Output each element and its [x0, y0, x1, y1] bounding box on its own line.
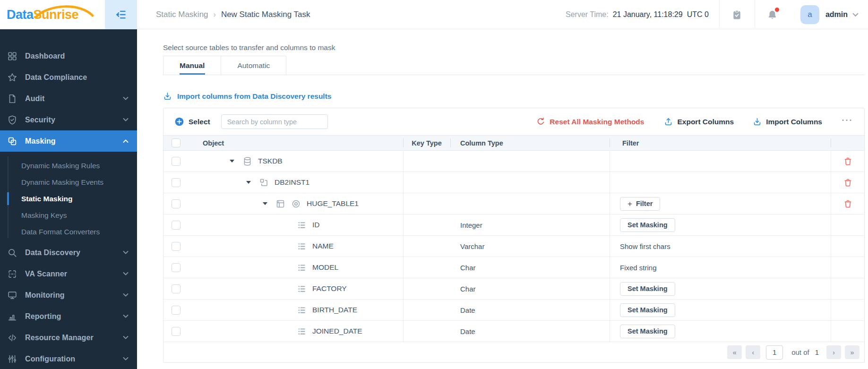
- expand-caret-icon[interactable]: [263, 202, 267, 205]
- breadcrumb: Static Masking › New Static Masking Task: [156, 0, 310, 29]
- masking-method-text: Fixed string: [620, 264, 657, 272]
- export-columns-button[interactable]: Export Columns: [664, 117, 734, 126]
- set-masking-button[interactable]: Set Masking: [620, 303, 675, 317]
- row-checkbox[interactable]: [172, 199, 180, 208]
- prev-page-button[interactable]: ‹: [746, 345, 760, 359]
- sidebar-subitem-dynamic-masking-rules[interactable]: Dynamic Masking Rules: [0, 157, 137, 174]
- column-type-cell: Varchar: [450, 236, 610, 257]
- sidebar-item-label: Resource Manager: [25, 334, 94, 342]
- plus-circle-icon: [175, 117, 184, 126]
- sidebar-subitem-data-format-converters[interactable]: Data Format Converters: [0, 223, 137, 240]
- tab-automatic[interactable]: Automatic: [221, 56, 286, 75]
- row-checkbox[interactable]: [172, 157, 180, 166]
- user-menu[interactable]: a admin: [790, 5, 868, 24]
- set-masking-button[interactable]: Set Masking: [620, 282, 675, 296]
- row-checkbox[interactable]: [172, 263, 180, 272]
- add-filter-button[interactable]: +Filter: [620, 197, 660, 211]
- column-type-cell: Char: [450, 257, 610, 278]
- dashboard-icon: [7, 51, 18, 61]
- sidebar-item-configuration[interactable]: Configuration: [0, 348, 137, 369]
- trash-icon[interactable]: [843, 156, 853, 166]
- trash-icon[interactable]: [843, 199, 853, 209]
- filter-cell: +Filter: [610, 193, 831, 214]
- section-subtitle: Select source tables to transfer and col…: [163, 43, 335, 52]
- sidebar-collapse-button[interactable]: [105, 0, 137, 29]
- scanner-icon: [7, 269, 18, 279]
- import-columns-button[interactable]: Import Columns: [753, 117, 822, 126]
- set-masking-button[interactable]: Set Masking: [620, 325, 675, 338]
- filter-cell: [610, 151, 831, 172]
- table-row-name: NAMEVarcharShow first chars: [163, 236, 864, 257]
- object-name: DB2INST1: [275, 178, 309, 187]
- row-checkbox[interactable]: [172, 242, 180, 251]
- set-masking-button[interactable]: Set Masking: [620, 218, 675, 232]
- username: admin: [825, 10, 848, 19]
- select-button[interactable]: Select: [175, 117, 210, 126]
- expand-caret-icon[interactable]: [246, 181, 251, 184]
- next-page-button[interactable]: ›: [826, 345, 841, 359]
- header-column-type: Column Type: [450, 136, 610, 150]
- sidebar-item-audit[interactable]: Audit: [0, 88, 137, 109]
- row-checkbox[interactable]: [172, 178, 180, 187]
- select-all-checkbox[interactable]: [172, 138, 180, 147]
- import-discovery-link[interactable]: Import columns from Data Discovery resul…: [163, 92, 331, 101]
- document-icon: [7, 94, 18, 104]
- main-content: Select source tables to transfer and col…: [137, 29, 868, 369]
- search-input[interactable]: [221, 114, 328, 129]
- page-input[interactable]: [766, 345, 783, 360]
- sidebar-item-label: Configuration: [25, 355, 75, 363]
- columns-icon: [297, 220, 307, 230]
- sidebar-item-data-compliance[interactable]: Data Compliance: [0, 67, 137, 88]
- delete-cell: [831, 215, 864, 235]
- row-checkbox[interactable]: [172, 306, 180, 315]
- chevron-down-icon: [123, 293, 129, 297]
- database-icon: [242, 156, 252, 166]
- notifications-button[interactable]: [755, 0, 790, 29]
- more-options-button[interactable]: ⋯: [841, 118, 853, 126]
- table-body: TSKDBDB2INST1HUGE_TABLE1+FilterIDInteger…: [163, 151, 864, 342]
- row-checkbox[interactable]: [172, 327, 180, 336]
- sidebar-item-label: Data Discovery: [25, 249, 80, 257]
- key-type-cell: [403, 278, 450, 299]
- sidebar-item-masking[interactable]: Masking: [0, 130, 137, 152]
- delete-cell: [831, 300, 864, 320]
- sidebar-item-va-scanner[interactable]: VA Scanner: [0, 263, 137, 284]
- sidebar-item-dashboard[interactable]: Dashboard: [0, 45, 137, 67]
- sidebar-item-reporting[interactable]: Reporting: [0, 306, 137, 327]
- key-type-cell: [403, 172, 450, 193]
- total-pages: 1: [815, 348, 819, 356]
- sidebar-item-data-discovery[interactable]: Data Discovery: [0, 242, 137, 263]
- row-checkbox[interactable]: [172, 284, 180, 293]
- sidebar-subitem-masking-keys[interactable]: Masking Keys: [0, 207, 137, 223]
- tab-manual[interactable]: Manual: [163, 56, 221, 75]
- trash-icon[interactable]: [843, 178, 853, 188]
- export-icon: [664, 117, 673, 126]
- sidebar-item-monitoring[interactable]: Monitoring: [0, 284, 137, 306]
- row-checkbox[interactable]: [172, 221, 180, 230]
- last-page-button[interactable]: »: [845, 345, 859, 359]
- tab-manual-label: Manual: [180, 61, 205, 70]
- table-row-id: IDIntegerSet Masking: [163, 215, 864, 236]
- sidebar-subitem-dynamic-masking-events[interactable]: Dynamic Masking Events: [0, 174, 137, 190]
- first-page-button[interactable]: «: [727, 345, 742, 359]
- columns-icon: [297, 263, 307, 273]
- sidebar-item-security[interactable]: Security: [0, 109, 137, 130]
- reset-masking-button[interactable]: Reset All Masking Methods: [536, 117, 644, 126]
- header-actions: [831, 136, 864, 150]
- sidebar-subitem-static-masking[interactable]: Static Masking: [0, 190, 137, 207]
- top-bar: DataSunrise Static Masking › New Static …: [0, 0, 868, 29]
- delete-cell: [831, 236, 864, 257]
- breadcrumb-section[interactable]: Static Masking: [156, 10, 208, 19]
- expand-caret-icon[interactable]: [230, 160, 234, 163]
- chevron-down-icon: [123, 118, 129, 122]
- reset-icon: [536, 117, 545, 126]
- chevron-down-icon: [852, 13, 859, 17]
- key-type-cell: [403, 257, 450, 278]
- chevron-down-icon: [123, 96, 129, 101]
- filter-cell: Set Masking: [610, 215, 831, 235]
- tasks-button[interactable]: [719, 0, 755, 29]
- table-row-joined-date: JOINED_DATEDateSet Masking: [163, 321, 864, 342]
- breadcrumb-separator-icon: ›: [214, 10, 216, 19]
- columns-icon: [297, 241, 307, 251]
- sidebar-item-resource-manager[interactable]: Resource Manager: [0, 327, 137, 348]
